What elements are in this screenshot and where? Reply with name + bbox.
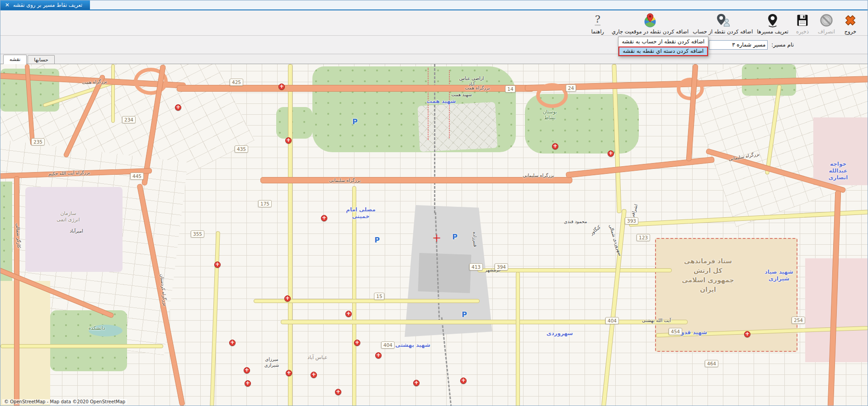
save-button[interactable]: ذخیره <box>793 12 812 35</box>
map-marker[interactable]: + <box>285 137 292 144</box>
map-canvas[interactable]: + © OpenStreetMap - Map data ©2020 OpenS… <box>0 64 868 406</box>
exit-button[interactable]: خروج <box>840 12 860 35</box>
map-label: شهید صیاد شیرازی <box>765 269 793 282</box>
road-badge: 14 <box>505 85 515 93</box>
window-title-tab[interactable]: ✕ تعریف نقاط مسیر بر روی نقشه <box>0 0 90 9</box>
map-marker[interactable]: + <box>245 380 251 387</box>
road-secondary <box>0 344 163 348</box>
map-label: خواجه عبدالله انصاری <box>824 161 853 181</box>
road-badge: 394 <box>495 263 508 271</box>
map-marker[interactable]: + <box>311 372 317 378</box>
map-marker[interactable]: + <box>214 261 221 268</box>
map-marker[interactable]: + <box>413 380 420 386</box>
pale-district-sw <box>0 281 50 406</box>
road-secondary <box>111 64 115 123</box>
add-point-current-position-button[interactable]: اضافه کردن نقطه در موقعیت جاري <box>612 12 689 35</box>
define-routes-label: تعریف مسیرها <box>757 28 788 35</box>
map-crosshair: + <box>432 233 441 243</box>
add-point-current-position-label: اضافه کردن نقطه در موقعیت جاري <box>612 28 689 35</box>
help-button[interactable]: ? راهنما <box>588 12 608 35</box>
map-marker[interactable]: + <box>608 150 614 157</box>
map-marker[interactable]: + <box>175 104 181 111</box>
add-point-current-position-icon <box>642 12 658 28</box>
map-label: میرزای شیرازی <box>264 357 279 368</box>
road-badge: 464 <box>705 360 718 367</box>
road-badge: 404 <box>605 317 619 324</box>
cancel-button[interactable]: انصراف <box>816 12 836 35</box>
map-marker[interactable]: + <box>354 340 360 346</box>
map-marker[interactable]: + <box>286 370 292 376</box>
tab-map[interactable]: نقشه <box>3 55 27 64</box>
map-label: سازمان انرژی اتمی <box>57 210 80 223</box>
expo-grounds <box>417 102 497 152</box>
road-badge: 355 <box>191 230 204 238</box>
map-label: بوستان نشاط <box>542 109 557 121</box>
road-badge: 175 <box>258 200 272 207</box>
define-routes-button[interactable]: تعریف مسیرها <box>757 12 788 35</box>
map-marker[interactable]: + <box>552 143 558 149</box>
map-label: محمود قندی <box>564 219 587 225</box>
map-marker[interactable]: + <box>244 367 250 373</box>
tab-accounts[interactable]: حسابها <box>28 55 54 64</box>
save-label: ذخیره <box>796 28 809 35</box>
svg-text:?: ? <box>595 13 600 25</box>
add-point-from-account-button[interactable]: اضافه کردن نقطه از حساب <box>693 12 753 35</box>
map-label: شهید بهشتی <box>395 342 430 349</box>
road-badge: 445 <box>130 173 144 180</box>
map-marker[interactable]: + <box>345 311 352 317</box>
exit-icon <box>843 12 858 28</box>
map-label: شهید همت <box>451 92 472 98</box>
map-marker[interactable]: + <box>375 352 382 359</box>
menu-item[interactable]: اضافه کردن نقطه از حساب به نقشه <box>618 37 708 47</box>
map-label: عباس آباد <box>307 355 328 361</box>
road-badge: 404 <box>381 341 395 349</box>
road-badge: 254 <box>792 317 805 324</box>
road-secondary <box>288 64 292 406</box>
interchange-loop <box>536 83 568 108</box>
toolbar: خروج انصراف ذخیره تعریف مسیرها اضافه کرد… <box>0 10 868 36</box>
tab-bar: نقشه حسابها <box>0 54 868 64</box>
route-name-row: نام مسیر: <box>0 36 868 54</box>
road-badge: 24 <box>566 84 576 92</box>
route-name-label: نام مسیر: <box>771 42 794 48</box>
save-icon <box>796 12 809 28</box>
map-label: شهید همت <box>427 98 456 105</box>
map-label: مصلی امام خمینی <box>346 206 375 220</box>
map-label: امیرآباد <box>70 229 83 234</box>
close-icon[interactable]: ✕ <box>5 2 9 8</box>
map-marker[interactable]: + <box>335 389 341 395</box>
help-icon: ? <box>592 12 604 28</box>
parking-icon: P <box>452 233 458 241</box>
road-badge: 235 <box>31 138 45 145</box>
map-marker[interactable]: + <box>278 84 285 90</box>
route-name-input[interactable] <box>709 40 768 50</box>
road-badge: 413 <box>469 263 483 271</box>
map-label: بزرگراه سلیمانی <box>329 178 360 184</box>
route-points-window: ✕ تعریف نقاط مسیر بر روی نقشه خروج انصرا… <box>0 0 868 406</box>
map-marker[interactable]: + <box>744 331 750 337</box>
map-label: ستاد فرماندهی کل ارتش جمهوری اسلامی ایرا… <box>682 257 734 294</box>
window-title: تعریف نقاط مسیر بر روی نقشه <box>13 2 82 8</box>
map-label: اراضی عباس آباد <box>459 76 484 87</box>
cancel-label: انصراف <box>818 28 835 35</box>
map-marker[interactable]: + <box>460 378 467 384</box>
add-point-from-account-label: اضافه کردن نقطه از حساب <box>693 28 753 35</box>
title-bar: ✕ تعریف نقاط مسیر بر روی نقشه <box>0 0 868 9</box>
parking-icon: P <box>352 117 358 126</box>
help-label: راهنما <box>591 28 604 35</box>
kargar-shomali-road <box>14 176 19 406</box>
road-badge: 425 <box>230 79 243 86</box>
map-marker[interactable]: + <box>284 295 291 302</box>
add-point-from-account-icon <box>715 12 731 28</box>
map-label: آیت الله بهشتی <box>642 318 671 324</box>
road-badge: 393 <box>625 217 638 224</box>
map-marker[interactable]: + <box>229 340 236 346</box>
road-badge: 123 <box>637 234 650 241</box>
map-attribution: © OpenStreetMap - Map data ©2020 OpenStr… <box>2 399 127 404</box>
menu-item[interactable]: اضافه کردن دسته اي نقطه به نقشه <box>618 47 708 56</box>
road-badge: 234 <box>122 116 136 123</box>
parking-icon: P <box>374 236 380 244</box>
map-marker[interactable]: + <box>321 215 327 221</box>
routes-pin-icon <box>765 12 780 28</box>
map-label: بزرگراه سلیمانی <box>523 173 554 179</box>
